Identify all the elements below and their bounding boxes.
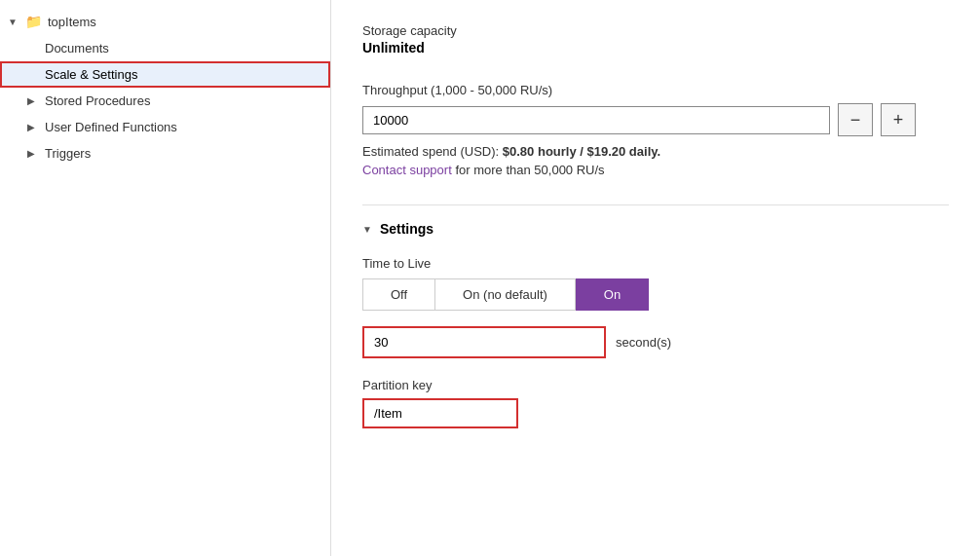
scale-settings-label: Scale & Settings <box>45 67 137 82</box>
increment-button[interactable]: + <box>881 103 916 136</box>
contact-support-row: Contact support for more than 50,000 RU/… <box>362 163 949 177</box>
documents-label: Documents <box>45 41 109 56</box>
settings-section: ▼ Settings Time to Live Off On (no defau… <box>362 221 949 428</box>
ttl-section: Time to Live Off On (no default) On seco… <box>362 256 949 358</box>
sidebar-item-user-defined-functions[interactable]: ▶ User Defined Functions <box>0 114 330 140</box>
throughput-section: Throughput (1,000 - 50,000 RU/s) − + Est… <box>362 83 949 177</box>
divider <box>362 204 949 205</box>
throughput-row: − + <box>362 103 949 136</box>
contact-support-suffix: for more than 50,000 RU/s <box>455 163 604 177</box>
sidebar: ▼ 📁 topItems Documents Scale & Settings … <box>0 0 331 556</box>
estimated-spend-text: Estimated spend (USD): <box>362 144 499 159</box>
ttl-on-button[interactable]: On <box>576 278 649 311</box>
contact-support-link[interactable]: Contact support <box>362 163 452 177</box>
partition-key-section: Partition key <box>362 378 949 428</box>
seconds-label: second(s) <box>616 335 671 350</box>
main-content: Storage capacity Unlimited Throughput (1… <box>331 0 980 556</box>
ttl-input[interactable] <box>362 326 606 358</box>
partition-key-label: Partition key <box>362 378 949 392</box>
stored-procedures-label: Stored Procedures <box>45 93 150 108</box>
estimated-spend-highlight: $0.80 hourly / $19.20 daily. <box>503 144 660 159</box>
expand-arrow-topitems: ▼ <box>8 17 19 27</box>
topitems-label: topItems <box>48 15 96 29</box>
storage-capacity-value: Unlimited <box>362 40 949 56</box>
ttl-off-button[interactable]: Off <box>362 278 434 311</box>
settings-title: Settings <box>380 221 433 237</box>
sidebar-item-documents[interactable]: Documents <box>0 35 330 61</box>
settings-arrow: ▼ <box>362 224 372 235</box>
ttl-value-row: second(s) <box>362 326 949 358</box>
throughput-label: Throughput (1,000 - 50,000 RU/s) <box>362 83 949 97</box>
estimated-spend: Estimated spend (USD): $0.80 hourly / $1… <box>362 144 949 159</box>
throughput-input[interactable] <box>362 106 830 134</box>
sidebar-item-scale-settings[interactable]: Scale & Settings <box>0 61 330 88</box>
ttl-buttons: Off On (no default) On <box>362 278 949 311</box>
settings-header[interactable]: ▼ Settings <box>362 221 949 237</box>
expand-arrow-stored-procedures: ▶ <box>27 95 39 106</box>
user-defined-functions-label: User Defined Functions <box>45 120 177 134</box>
storage-capacity-label: Storage capacity <box>362 23 949 38</box>
triggers-label: Triggers <box>45 146 91 161</box>
sidebar-item-stored-procedures[interactable]: ▶ Stored Procedures <box>0 88 330 114</box>
sidebar-item-topitems[interactable]: ▼ 📁 topItems <box>0 8 330 35</box>
partition-key-input[interactable] <box>362 398 518 428</box>
sidebar-item-triggers[interactable]: ▶ Triggers <box>0 140 330 167</box>
storage-capacity-section: Storage capacity Unlimited <box>362 23 949 56</box>
ttl-label: Time to Live <box>362 256 949 271</box>
expand-arrow-triggers: ▶ <box>27 148 39 159</box>
decrement-button[interactable]: − <box>838 103 873 136</box>
topitems-icon: 📁 <box>25 14 42 29</box>
ttl-no-default-button[interactable]: On (no default) <box>434 278 576 311</box>
expand-arrow-udf: ▶ <box>27 122 39 132</box>
